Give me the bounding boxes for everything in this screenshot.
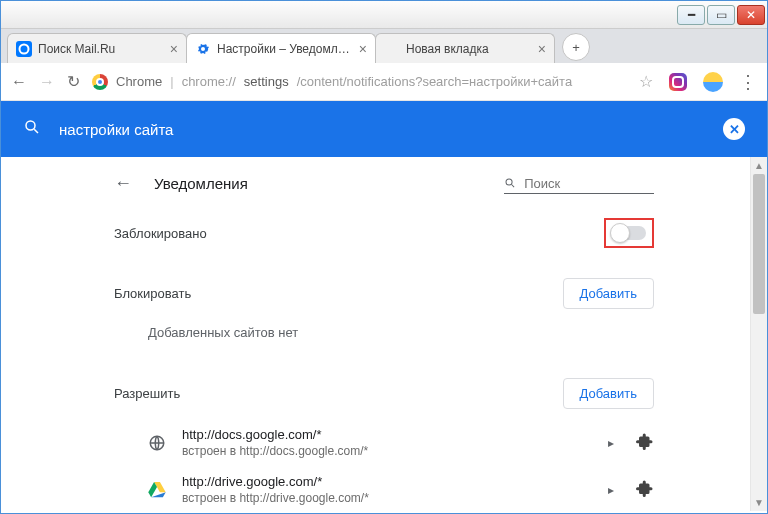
notifications-toggle[interactable] (612, 226, 646, 240)
scroll-thumb[interactable] (753, 174, 765, 314)
maximize-button[interactable]: ▭ (707, 5, 735, 25)
tab-close-icon[interactable]: × (170, 41, 178, 57)
bookmark-star-icon[interactable]: ☆ (639, 72, 653, 91)
extension-puzzle-icon[interactable] (636, 432, 654, 454)
tab-newtab[interactable]: Новая вкладка × (375, 33, 555, 63)
settings-panel: ← Уведомления Заблокировано Блокировать … (114, 157, 654, 513)
address-toolbar: ← → ↻ Chrome | chrome://settings/content… (1, 63, 767, 101)
chrome-icon (92, 74, 108, 90)
omnibox[interactable]: Chrome | chrome://settings/content/notif… (92, 74, 627, 90)
mailru-icon (16, 41, 32, 57)
chevron-right-icon[interactable]: ▸ (608, 436, 614, 450)
tab-label: Поиск Mail.Ru (38, 42, 164, 56)
svg-point-4 (506, 179, 512, 185)
site-subtext: встроен в http://docs.google.com/* (182, 444, 608, 458)
allow-site-list: http://docs.google.com/*встроен в http:/… (114, 419, 654, 514)
site-url: http://docs.google.com/* (182, 427, 608, 442)
svg-line-5 (512, 185, 515, 188)
settings-search-input[interactable] (59, 121, 705, 138)
search-icon (504, 176, 516, 190)
globe-icon (146, 434, 168, 452)
highlight-box (604, 218, 654, 248)
block-empty-text: Добавленных сайтов нет (114, 319, 654, 364)
omnibox-separator: | (170, 74, 173, 89)
svg-rect-0 (16, 41, 32, 57)
block-add-button[interactable]: Добавить (563, 278, 654, 309)
reload-icon[interactable]: ↻ (67, 72, 80, 91)
search-icon (23, 118, 41, 141)
tab-close-icon[interactable]: × (538, 41, 546, 57)
forward-icon[interactable]: → (39, 73, 55, 91)
tab-mailru[interactable]: Поиск Mail.Ru × (7, 33, 187, 63)
omnibox-url-path: /content/notifications?search=настройки+… (297, 74, 573, 89)
back-icon[interactable]: ← (11, 73, 27, 91)
clear-search-icon[interactable]: ✕ (723, 118, 745, 140)
close-button[interactable]: ✕ (737, 5, 765, 25)
profile-avatar-icon[interactable] (703, 72, 723, 92)
allow-section-label: Разрешить (114, 386, 180, 401)
block-section-label: Блокировать (114, 286, 191, 301)
page-title: Уведомления (154, 175, 482, 192)
notifications-toggle-label: Заблокировано (114, 226, 207, 241)
scroll-down-icon[interactable]: ▼ (751, 494, 767, 511)
tab-label: Настройки – Уведомления (217, 42, 353, 56)
gear-icon (195, 41, 211, 57)
panel-search[interactable] (504, 174, 654, 194)
svg-line-3 (34, 129, 38, 133)
svg-point-2 (26, 121, 35, 130)
instagram-extension-icon[interactable] (669, 73, 687, 91)
drive-icon (146, 482, 168, 498)
site-row[interactable]: http://drive.google.com/*встроен в http:… (114, 466, 654, 513)
scroll-up-icon[interactable]: ▲ (751, 157, 767, 174)
settings-search-bar: ✕ (1, 101, 767, 157)
site-row[interactable]: http://docs.google.com/*встроен в http:/… (114, 419, 654, 466)
chrome-window: ━ ▭ ✕ Поиск Mail.Ru × Настройки – Уведом… (0, 0, 768, 514)
site-url: http://drive.google.com/* (182, 474, 608, 489)
tab-settings[interactable]: Настройки – Уведомления × (186, 33, 376, 63)
chevron-right-icon[interactable]: ▸ (608, 483, 614, 497)
tab-close-icon[interactable]: × (359, 41, 367, 57)
menu-icon[interactable]: ⋮ (739, 71, 757, 93)
new-tab-button[interactable]: + (562, 33, 590, 61)
panel-search-input[interactable] (524, 176, 654, 191)
panel-back-icon[interactable]: ← (114, 173, 132, 194)
site-subtext: встроен в http://drive.google.com/* (182, 491, 608, 505)
omnibox-url-host: settings (244, 74, 289, 89)
omnibox-url-prefix: chrome:// (182, 74, 236, 89)
extension-puzzle-icon[interactable] (636, 479, 654, 501)
tab-label: Новая вкладка (406, 42, 532, 56)
allow-add-button[interactable]: Добавить (563, 378, 654, 409)
tab-strip: Поиск Mail.Ru × Настройки – Уведомления … (1, 29, 767, 63)
blank-icon (384, 41, 400, 57)
content-area: ← Уведомления Заблокировано Блокировать … (1, 157, 767, 513)
window-titlebar: ━ ▭ ✕ (1, 1, 767, 29)
vertical-scrollbar[interactable]: ▲ ▼ (750, 157, 767, 511)
omnibox-scheme-label: Chrome (116, 74, 162, 89)
minimize-button[interactable]: ━ (677, 5, 705, 25)
